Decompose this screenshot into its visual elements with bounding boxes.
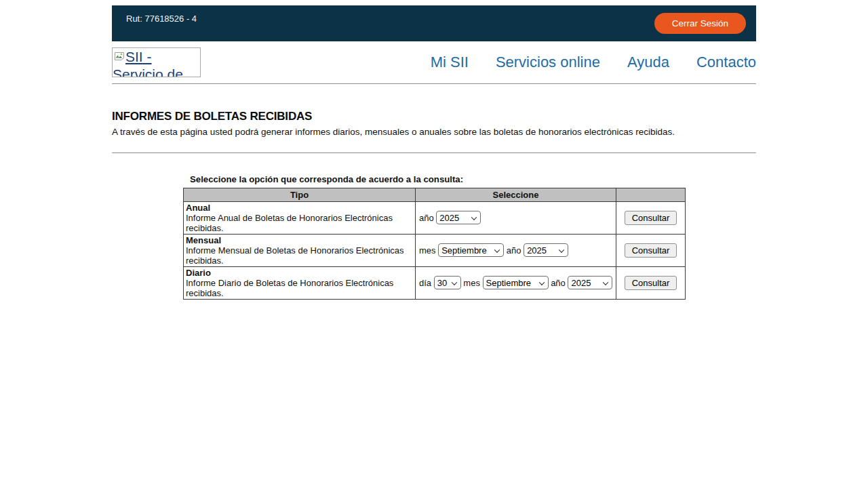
report-options-table: Tipo Seleccione Anual Informe Anual de B… — [183, 188, 686, 300]
column-header-seleccione: Seleccione — [416, 188, 616, 202]
header-divider — [112, 83, 756, 84]
main-nav: Mi SII Servicios online Ayuda Contacto — [431, 54, 756, 71]
page-subtitle: A través de esta página usted podrá gene… — [112, 127, 756, 137]
diario-type-label: Diario — [186, 268, 211, 278]
anual-year-label: año — [419, 213, 434, 223]
diario-month-label: mes — [463, 278, 480, 288]
nav-item-servicios-online[interactable]: Servicios online — [496, 54, 600, 71]
logout-button[interactable]: Cerrar Sesión — [654, 13, 746, 34]
diario-year-select[interactable]: 2025 — [568, 276, 612, 289]
mensual-year-select[interactable]: 2025 — [524, 243, 568, 257]
column-header-action — [616, 188, 686, 202]
diario-action-cell: Consultar — [616, 267, 686, 300]
mensual-select-cell: mes Septiembre año 2025 — [416, 235, 616, 267]
mensual-month-label: mes — [419, 245, 436, 256]
diario-description: Informe Diario de Boletas de Honorarios … — [186, 278, 393, 298]
anual-description: Informe Anual de Boletas de Honorarios E… — [186, 213, 393, 233]
column-header-tipo: Tipo — [184, 188, 416, 202]
mensual-type-label: Mensual — [186, 235, 221, 245]
mensual-description: Informe Mensual de Boletas de Honorarios… — [186, 245, 404, 266]
top-bar: Rut: 77618526 - 4 Cerrar Sesión — [112, 5, 756, 41]
nav-item-ayuda[interactable]: Ayuda — [627, 54, 669, 71]
chevron-down-icon: 2025 — [524, 243, 568, 259]
anual-year-select[interactable]: 2025 — [436, 211, 481, 224]
rut-label: Rut: 77618526 - 4 — [126, 5, 197, 41]
diario-day-label: día — [419, 278, 431, 288]
chevron-down-icon: 30 — [434, 275, 461, 291]
anual-select-cell: año 2025 — [416, 202, 616, 235]
nav-item-contacto[interactable]: Contacto — [696, 54, 756, 71]
anual-consultar-button[interactable]: Consultar — [625, 211, 677, 225]
diario-consultar-button[interactable]: Consultar — [625, 276, 677, 290]
diario-year-label: año — [551, 278, 566, 288]
table-instruction-label: Seleccione la opción que corresponda de … — [190, 174, 756, 184]
anual-type-label: Anual — [186, 203, 210, 213]
page-container: Rut: 77618526 - 4 Cerrar Sesión SII - Se… — [112, 5, 756, 300]
diario-select-cell: día 30 mes Septiembre año 2025 — [416, 267, 616, 300]
mensual-year-label: año — [507, 245, 521, 256]
chevron-down-icon: 2025 — [436, 210, 481, 226]
page-title: INFORMES DE BOLETAS RECIBIDAS — [112, 110, 756, 123]
mensual-month-select[interactable]: Septiembre — [438, 243, 504, 257]
sii-logo-broken-image[interactable]: SII - Servicio de — [112, 47, 201, 77]
diario-day-select[interactable]: 30 — [434, 276, 461, 289]
chevron-down-icon: Septiembre — [483, 275, 549, 291]
table-header-row: Tipo Seleccione — [184, 188, 686, 202]
table-row-mensual: Mensual Informe Mensual de Boletas de Ho… — [184, 235, 686, 267]
diario-month-select[interactable]: Septiembre — [483, 276, 549, 289]
diario-type-cell: Diario Informe Diario de Boletas de Hono… — [184, 267, 416, 300]
nav-item-mi-sii[interactable]: Mi SII — [431, 54, 469, 71]
broken-image-icon — [114, 51, 125, 62]
chevron-down-icon: Septiembre — [438, 243, 504, 259]
anual-type-cell: Anual Informe Anual de Boletas de Honora… — [184, 202, 416, 235]
site-header: SII - Servicio de Mi SII Servicios onlin… — [112, 41, 756, 83]
section-divider — [112, 152, 756, 153]
table-row-diario: Diario Informe Diario de Boletas de Hono… — [184, 267, 686, 300]
chevron-down-icon: 2025 — [568, 275, 612, 291]
table-row-anual: Anual Informe Anual de Boletas de Honora… — [184, 202, 686, 235]
mensual-consultar-button[interactable]: Consultar — [625, 243, 677, 258]
mensual-type-cell: Mensual Informe Mensual de Boletas de Ho… — [184, 235, 416, 267]
anual-action-cell: Consultar — [616, 202, 686, 235]
mensual-action-cell: Consultar — [616, 235, 686, 267]
